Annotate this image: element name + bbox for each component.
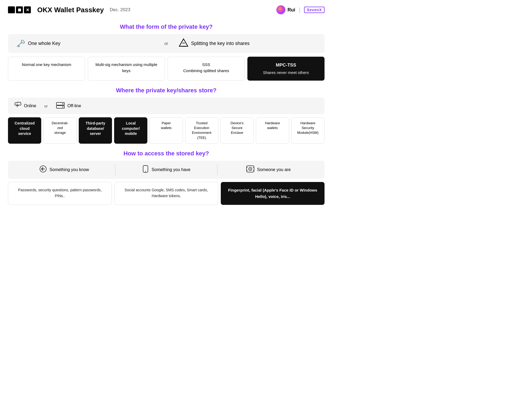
key-form-left: 🗝️ One whole Key [16,39,154,48]
section-access: How to access the stored key? Something … [8,150,325,205]
have-icon [142,165,149,175]
svg-point-7 [62,106,63,107]
online-label: Online [24,103,36,108]
access-item-are: Someone you are [217,165,319,174]
mech-box-1: Normal one key mechanism [8,57,85,81]
key-form-row: 🗝️ One whole Key or Splitting the key in… [8,34,325,53]
are-label: Someone you are [257,167,291,172]
storage-item-tee: TrustedExecutionEnvironment(TEE) [185,117,218,144]
mech-text-3: SSSCombining splitted shares [183,62,229,73]
split-icon [179,38,188,49]
header: ✕ OKX Wallet Passkey Dec. 2023 Rui | Sev… [8,5,325,17]
access-detail-row: Passwords, security questions, pattern p… [8,182,325,205]
access-item-have: Something you have [115,165,217,175]
okx-sq3: ✕ [24,6,31,13]
key-icon: 🗝️ [16,39,25,48]
author-name: Rui [288,7,295,13]
online-icon [13,101,21,110]
svg-point-14 [250,168,251,169]
storage-item-hsm: HardwareSecurityModule(HSM) [291,117,325,144]
access-detail-know: Passwords, security questions, pattern p… [8,182,112,205]
section3-title: How to access the stored key? [8,150,325,157]
section-storage: Where the private key/shares store? Onli… [8,87,325,144]
access-detail-have: Social accounts Google, SMS codes, Smart… [114,182,218,205]
mpc-tss-title: MPC-TSS [252,62,320,69]
section2-title: Where the private key/shares store? [8,87,325,94]
storage-items-grid: Centralizedcloudservice Decentrali-zedst… [8,117,325,144]
storage-item-local: Localcomputer/mobile [114,117,147,144]
access-detail-are: Fingerprint, facial (Apple's Face ID or … [221,182,325,205]
storage-type-row: Online or Off-line [8,98,325,114]
storage-item-paper: Paperwallets [149,117,183,144]
avatar [276,5,285,14]
know-icon [39,165,47,174]
section-key-form: What the form of the private key? 🗝️ One… [8,23,325,81]
okx-sq2 [16,6,23,13]
separator: | [299,6,301,13]
mpc-tss-subtitle: Shares never meet others [263,70,309,75]
storage-item-centralized: Centralizedcloudservice [8,117,41,144]
header-left: ✕ OKX Wallet Passkey Dec. 2023 [8,6,130,14]
header-right: Rui | SevenX [276,5,325,14]
section1-title: What the form of the private key? [8,23,325,30]
offline-icon [56,101,65,110]
mech-box-3: SSSCombining splitted shares [168,57,245,81]
okx-logo: ✕ [8,6,31,13]
offline-label: Off-line [68,103,81,108]
page-title: OKX Wallet Passkey [37,6,104,14]
mech-text-1: Normal one key mechanism [22,62,71,67]
storage-item-decentralized: Decentrali-zedstorage [43,117,77,144]
key-form-right: Splitting the key into shares [179,38,317,49]
have-label: Something you have [152,167,190,172]
splitting-key-label: Splitting the key into shares [191,41,250,46]
are-icon [246,165,255,174]
sevenx-brand: SevenX [304,7,325,13]
access-type-row: Something you know Something you have [8,161,325,179]
or-text-1: or [154,41,179,46]
svg-point-6 [62,103,63,104]
storage-item-hardware-wallets: Hardwarewallets [256,117,289,144]
or-text-2: or [41,104,50,108]
storage-item-secure-enclave: Device'sSecureEnclave [221,117,254,144]
one-whole-key-label: One whole Key [28,41,60,46]
storage-item-thirdparty: Third-partydatabase/server [79,117,112,144]
mech-text-2: Multi-sig mechanism using multiple keys [95,62,157,73]
offline-group: Off-line [56,101,319,110]
svg-marker-0 [179,39,188,46]
mechanism-row: Normal one key mechanism Multi-sig mecha… [8,57,325,81]
okx-sq1 [8,6,15,13]
mech-box-4-mpc: MPC-TSS Shares never meet others [247,57,325,81]
mech-box-2: Multi-sig mechanism using multiple keys [88,57,165,81]
know-label: Something you know [49,167,89,172]
date-label: Dec. 2023 [110,7,131,13]
online-group: Online [13,101,36,110]
access-item-know: Something you know [13,165,115,174]
